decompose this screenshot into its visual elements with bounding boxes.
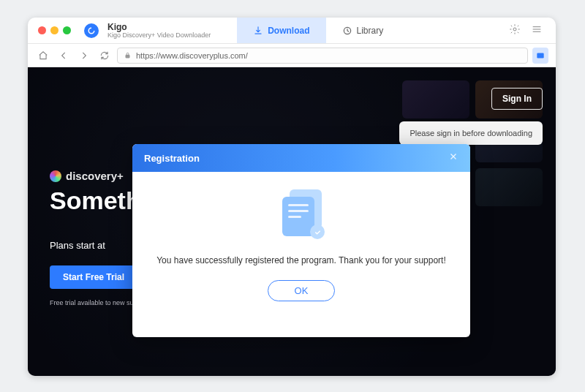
brand-name: discovery+ bbox=[66, 170, 124, 182]
home-icon bbox=[38, 50, 48, 61]
download-icon bbox=[253, 26, 263, 36]
titlebar-right-actions bbox=[509, 23, 550, 38]
sign-in-button[interactable]: Sign In bbox=[491, 88, 543, 110]
modal-body: You have successfully registered the pro… bbox=[132, 172, 470, 337]
start-trial-button[interactable]: Start Free Trial bbox=[50, 265, 137, 289]
reload-button[interactable] bbox=[97, 48, 113, 64]
svg-point-1 bbox=[513, 28, 516, 31]
key-icon bbox=[535, 50, 546, 61]
app-logo-icon bbox=[84, 23, 99, 38]
app-subtitle: Kigo Discovery+ Video Downloader bbox=[107, 32, 211, 39]
cta-label: Start Free Trial bbox=[63, 272, 124, 282]
tab-download[interactable]: Download bbox=[237, 18, 325, 43]
app-window: Kigo Kigo Discovery+ Video Downloader Do… bbox=[28, 18, 556, 376]
chevron-left-icon bbox=[58, 50, 69, 61]
browser-toolbar: https://www.discoveryplus.com/ bbox=[28, 44, 556, 67]
address-bar[interactable]: https://www.discoveryplus.com/ bbox=[117, 48, 528, 64]
svg-rect-3 bbox=[537, 53, 543, 58]
lock-icon bbox=[124, 51, 132, 59]
sign-in-tooltip: Please sign in before downloading bbox=[399, 121, 543, 145]
modal-header: Registration bbox=[132, 144, 470, 172]
reload-icon bbox=[99, 50, 110, 61]
document-check-icon bbox=[281, 189, 322, 236]
address-url: https://www.discoveryplus.com/ bbox=[136, 51, 248, 60]
ok-button[interactable]: OK bbox=[268, 280, 336, 301]
app-title-block: Kigo Kigo Discovery+ Video Downloader bbox=[107, 23, 211, 39]
gear-icon bbox=[509, 23, 521, 35]
title-bar: Kigo Kigo Discovery+ Video Downloader Do… bbox=[28, 18, 556, 44]
modal-close-button[interactable] bbox=[448, 151, 458, 165]
tab-library[interactable]: Library bbox=[326, 18, 400, 43]
fullscreen-window-button[interactable] bbox=[63, 26, 71, 34]
tooltip-text: Please sign in before downloading bbox=[410, 129, 532, 137]
modal-message: You have successfully registered the pro… bbox=[156, 255, 446, 265]
menu-button[interactable] bbox=[531, 23, 543, 38]
tab-library-label: Library bbox=[357, 26, 384, 36]
key-button[interactable] bbox=[532, 48, 548, 64]
modal-title: Registration bbox=[144, 153, 200, 164]
registration-modal: Registration You have successfully regis… bbox=[132, 144, 470, 337]
minimize-window-button[interactable] bbox=[50, 26, 58, 34]
hamburger-icon bbox=[531, 23, 543, 35]
sign-in-label: Sign In bbox=[502, 94, 532, 104]
page-content: Sign In Please sign in before downloadin… bbox=[28, 67, 556, 376]
discovery-logo-icon bbox=[50, 170, 61, 182]
svg-rect-2 bbox=[126, 55, 130, 58]
content-tile[interactable] bbox=[402, 80, 469, 118]
content-tile[interactable] bbox=[475, 168, 543, 206]
close-icon bbox=[448, 151, 458, 162]
home-button[interactable] bbox=[35, 48, 51, 64]
tab-download-label: Download bbox=[268, 26, 309, 36]
close-window-button[interactable] bbox=[38, 26, 46, 34]
settings-button[interactable] bbox=[509, 23, 521, 38]
clock-icon bbox=[342, 26, 352, 36]
back-button[interactable] bbox=[56, 48, 72, 64]
app-name: Kigo bbox=[107, 23, 211, 31]
forward-button[interactable] bbox=[76, 48, 92, 64]
window-controls bbox=[34, 26, 75, 34]
ok-label: OK bbox=[295, 285, 309, 296]
main-tabs: Download Library bbox=[237, 18, 399, 43]
chevron-right-icon bbox=[79, 50, 89, 61]
